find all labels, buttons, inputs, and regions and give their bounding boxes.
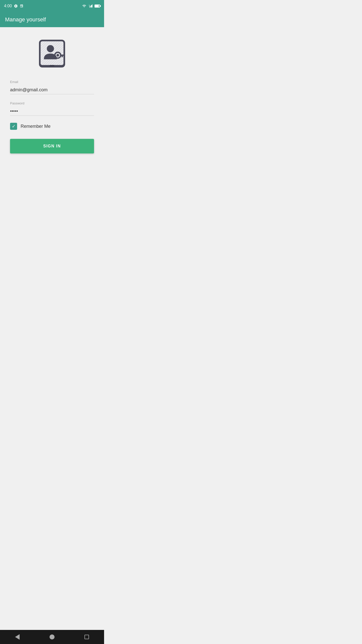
svg-point-4 — [47, 45, 54, 52]
main-content: Email Password ✓ Remember Me SIGN IN — [0, 27, 104, 153]
icon-container — [10, 37, 94, 70]
battery-fill — [95, 5, 99, 7]
status-bar: 4:00 — [0, 0, 104, 12]
status-right — [81, 4, 100, 8]
signal-icon — [88, 4, 93, 8]
app-bar: Manage yourself — [0, 12, 104, 27]
password-form-group: Password — [10, 101, 94, 116]
remember-me-row: ✓ Remember Me — [10, 123, 94, 130]
svg-rect-9 — [62, 56, 63, 57]
status-time: 4:00 — [4, 4, 12, 8]
remember-me-checkbox[interactable]: ✓ — [10, 123, 17, 130]
email-input[interactable] — [10, 86, 94, 94]
svg-point-6 — [57, 54, 59, 56]
password-label: Password — [10, 101, 94, 105]
user-key-icon — [36, 37, 68, 70]
checkmark-icon: ✓ — [12, 124, 16, 129]
svg-rect-8 — [64, 56, 65, 58]
battery-icon — [95, 5, 100, 8]
svg-rect-7 — [60, 55, 65, 56]
wifi-icon — [81, 4, 87, 8]
email-form-group: Email — [10, 80, 94, 94]
remember-me-label: Remember Me — [21, 124, 51, 129]
sign-in-button[interactable]: SIGN IN — [10, 139, 94, 153]
password-input[interactable] — [10, 107, 94, 116]
app-title: Manage yourself — [5, 16, 46, 23]
screenshot-icon — [20, 4, 23, 8]
gear-icon — [14, 4, 18, 8]
svg-rect-10 — [50, 65, 55, 66]
status-left: 4:00 — [4, 4, 23, 8]
email-label: Email — [10, 80, 94, 84]
